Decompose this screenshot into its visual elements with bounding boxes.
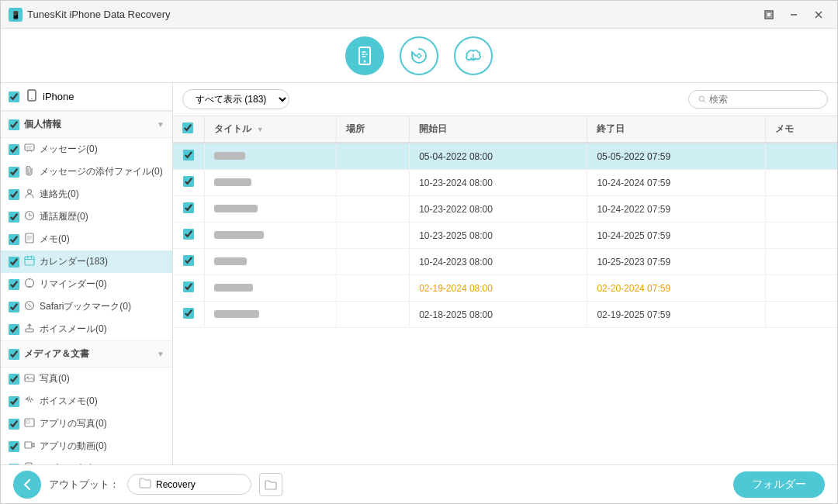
- device-row: iPhone: [1, 83, 172, 111]
- sidebar-item-callhistory[interactable]: 通話履歴(0): [1, 205, 172, 228]
- contacts-icon: [24, 188, 35, 201]
- photos-checkbox[interactable]: [9, 374, 19, 385]
- recover-button[interactable]: フォルダー: [733, 471, 825, 498]
- sidebar-item-app-docs[interactable]: アプリの文書(0): [1, 457, 172, 464]
- svg-rect-3: [767, 12, 771, 17]
- row-start-date: 02-18-2025 08:00: [410, 302, 587, 328]
- col-startdate: 開始日: [410, 116, 587, 143]
- section2-arrow: ▼: [157, 350, 164, 358]
- app-icon: 📱: [9, 8, 23, 22]
- sidebar-item-messages[interactable]: メッセージ(0): [1, 138, 172, 161]
- back-button[interactable]: [13, 471, 41, 499]
- safari-icon: [24, 300, 35, 313]
- svg-line-39: [28, 400, 29, 402]
- sidebar-item-contacts[interactable]: 連絡先(0): [1, 183, 172, 205]
- close-button[interactable]: [808, 6, 829, 23]
- reminders-checkbox[interactable]: [9, 279, 19, 290]
- callhistory-icon: [24, 210, 35, 223]
- recover-from-icloud-button[interactable]: [454, 36, 493, 75]
- row-memo: [765, 249, 837, 275]
- sidebar: iPhone 個人情報 ▼ メッセージ(0) メッセージの添付: [1, 83, 173, 464]
- notes-checkbox[interactable]: [9, 234, 19, 245]
- select-all-checkbox[interactable]: [182, 123, 193, 133]
- voicememo-checkbox[interactable]: [9, 396, 19, 407]
- row-place: [337, 302, 410, 328]
- sidebar-item-calendar[interactable]: カレンダー(183): [1, 250, 172, 273]
- calendar-checkbox[interactable]: [9, 257, 19, 268]
- sidebar-item-safari[interactable]: Safariブックマーク(0): [1, 295, 172, 318]
- col-memo: メモ: [765, 116, 837, 143]
- section-media: メディア＆文書 ▼: [1, 340, 172, 368]
- row-checkbox[interactable]: [183, 202, 194, 213]
- row-title: [204, 249, 337, 275]
- voicemail-checkbox[interactable]: [9, 324, 19, 335]
- search-box: [688, 90, 828, 109]
- svg-line-42: [30, 400, 31, 402]
- row-checkbox[interactable]: [183, 176, 194, 187]
- sidebar-item-voicemail[interactable]: ボイスメール(0): [1, 318, 172, 340]
- sidebar-item-voicememo[interactable]: ボイスメモ(0): [1, 390, 172, 413]
- table-row: 02-19-2024 08:0002-20-2024 07:59: [173, 275, 837, 302]
- messages-checkbox[interactable]: [9, 144, 19, 155]
- row-title: [204, 302, 337, 328]
- row-memo: [765, 275, 837, 302]
- app-videos-checkbox[interactable]: [9, 441, 19, 452]
- window-controls: [758, 6, 829, 23]
- sidebar-item-photos[interactable]: 写真(0): [1, 368, 172, 390]
- sidebar-item-notes[interactable]: メモ(0): [1, 228, 172, 250]
- svg-line-44: [32, 399, 33, 400]
- folder-open-button[interactable]: [259, 473, 282, 496]
- svg-rect-33: [26, 329, 33, 332]
- callhistory-checkbox[interactable]: [9, 212, 19, 223]
- main-toolbar: [1, 29, 837, 83]
- attachment-icon: [24, 165, 35, 178]
- row-end-date: 02-19-2025 07:59: [587, 302, 765, 328]
- contacts-checkbox[interactable]: [9, 189, 19, 200]
- sidebar-item-app-videos[interactable]: アプリの動画(0): [1, 435, 172, 457]
- safari-checkbox[interactable]: [9, 302, 19, 312]
- photos-icon: [24, 372, 35, 385]
- svg-point-14: [28, 190, 32, 194]
- sidebar-item-reminders[interactable]: リマインダー(0): [1, 273, 172, 295]
- row-checkbox[interactable]: [183, 229, 194, 240]
- attachments-checkbox[interactable]: [9, 167, 19, 178]
- calendar-icon: [24, 255, 35, 268]
- col-enddate: 終了日: [587, 116, 765, 143]
- device-label: iPhone: [43, 91, 74, 102]
- svg-line-41: [29, 399, 30, 400]
- svg-line-38: [27, 397, 28, 400]
- row-checkbox[interactable]: [183, 308, 194, 319]
- device-checkbox[interactable]: [9, 91, 19, 102]
- row-place: [337, 143, 410, 170]
- row-memo: [765, 223, 837, 249]
- phone-icon: [26, 89, 38, 104]
- row-checkbox[interactable]: [183, 150, 194, 161]
- row-end-date: 10-24-2024 07:59: [587, 170, 765, 196]
- search-input[interactable]: [709, 94, 818, 105]
- table-row: 10-23-2022 08:0010-24-2022 07:59: [173, 196, 837, 223]
- minimize-button[interactable]: [783, 6, 805, 23]
- filter-select[interactable]: すべて表示 (183): [182, 89, 289, 109]
- sidebar-item-app-photos[interactable]: アプリの写真(0): [1, 413, 172, 435]
- section2-checkbox[interactable]: [9, 349, 19, 360]
- row-checkbox[interactable]: [183, 255, 194, 266]
- notes-icon: [24, 233, 35, 246]
- sidebar-item-attachments[interactable]: メッセージの添付ファイル(0): [1, 161, 172, 183]
- row-start-date: 02-19-2024 08:00: [410, 275, 587, 302]
- section1-checkbox[interactable]: [9, 119, 19, 130]
- recover-from-backup-button[interactable]: [400, 36, 438, 75]
- content-toolbar: すべて表示 (183): [173, 83, 837, 116]
- row-checkbox[interactable]: [183, 281, 194, 292]
- recover-from-device-button[interactable]: [345, 36, 384, 75]
- reminders-icon: [24, 278, 35, 291]
- svg-point-8: [364, 60, 366, 62]
- table-header-row: タイトル ▼ 場所 開始日 終了日: [173, 116, 837, 143]
- row-title: [204, 170, 337, 196]
- svg-rect-11: [25, 144, 34, 150]
- row-place: [337, 249, 410, 275]
- row-title: [204, 196, 337, 223]
- app-title: TunesKit iPhone Data Recovery: [27, 9, 758, 20]
- maximize-button[interactable]: [758, 6, 780, 23]
- col-checkbox: [173, 116, 204, 143]
- app-photos-checkbox[interactable]: [9, 419, 19, 430]
